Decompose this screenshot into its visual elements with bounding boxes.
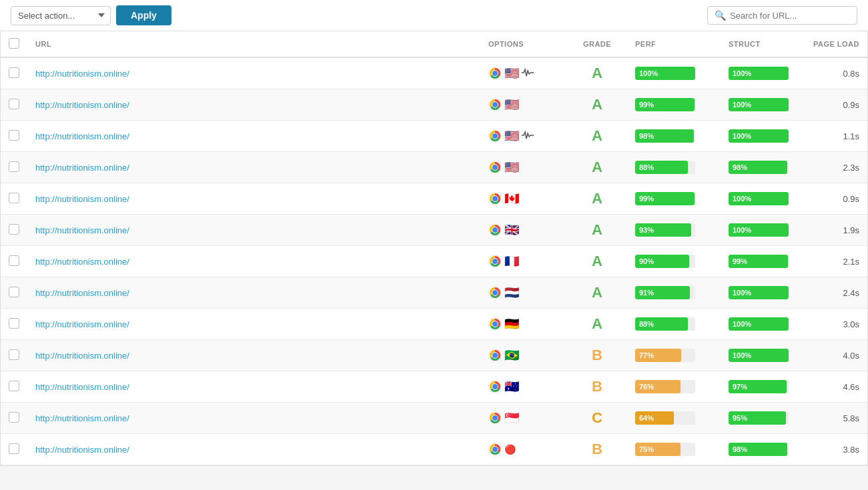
table-row: http://nutritionism.online/🇳🇱A91%100%2.4… [1, 277, 867, 309]
row-options-cell: 🇸🇬 [480, 403, 567, 434]
row-perf-cell: 88% [627, 152, 721, 183]
url-link[interactable]: http://nutritionism.online/ [35, 225, 129, 235]
url-link[interactable]: http://nutritionism.online/ [35, 131, 129, 141]
chrome-icon [488, 380, 502, 393]
row-grade-cell: A [567, 183, 627, 215]
pulse-icon [522, 131, 534, 142]
url-link[interactable]: http://nutritionism.online/ [35, 382, 129, 392]
table-row: http://nutritionism.online/🇺🇸 A100%100%0… [1, 57, 867, 89]
row-checkbox[interactable] [9, 412, 19, 423]
chrome-icon [488, 67, 502, 80]
row-options-cell: 🇳🇱 [480, 277, 567, 309]
row-url-cell: http://nutritionism.online/ [27, 183, 480, 215]
flag-icon: 🔴 [504, 445, 516, 454]
row-url-cell: http://nutritionism.online/ [27, 309, 480, 340]
row-check-cell [1, 340, 27, 371]
url-link[interactable]: http://nutritionism.online/ [35, 319, 129, 329]
url-link[interactable]: http://nutritionism.online/ [35, 100, 129, 110]
table-row: http://nutritionism.online/🔴B75%98%3.8s [1, 434, 867, 465]
apply-button[interactable]: Apply [116, 5, 171, 25]
table-row: http://nutritionism.online/🇸🇬C64%95%5.8s [1, 403, 867, 434]
url-link[interactable]: http://nutritionism.online/ [35, 163, 129, 173]
url-link[interactable]: http://nutritionism.online/ [35, 69, 129, 79]
struct-bar-fill: 98% [729, 443, 787, 456]
row-struct-cell: 97% [721, 371, 801, 403]
row-checkbox[interactable] [9, 381, 19, 391]
perf-bar-fill: 100% [635, 67, 695, 80]
table-row: http://nutritionism.online/🇺🇸A99%100%0.9… [1, 89, 867, 121]
row-struct-cell: 100% [721, 277, 801, 309]
toolbar-left: Select action... Apply [11, 5, 171, 25]
struct-bar-fill: 100% [729, 98, 789, 111]
table-row: http://nutritionism.online/🇺🇸 A98%100%1.… [1, 121, 867, 152]
row-grade-cell: A [567, 277, 627, 309]
row-grade-cell: A [567, 215, 627, 246]
table-row: http://nutritionism.online/🇨🇦A99%100%0.9… [1, 183, 867, 215]
row-struct-cell: 100% [721, 309, 801, 340]
url-link[interactable]: http://nutritionism.online/ [35, 288, 129, 298]
row-checkbox[interactable] [9, 255, 19, 266]
url-link[interactable]: http://nutritionism.online/ [35, 351, 129, 361]
struct-bar-fill: 100% [729, 349, 789, 362]
row-check-cell [1, 277, 27, 309]
url-link[interactable]: http://nutritionism.online/ [35, 194, 129, 204]
row-checkbox[interactable] [9, 443, 19, 454]
row-options-cell: 🇺🇸 [480, 121, 567, 152]
flag-icon: 🇺🇸 [504, 161, 519, 173]
chrome-icon [488, 317, 502, 331]
row-checkbox[interactable] [9, 224, 19, 235]
row-options-cell: 🇫🇷 [480, 246, 567, 277]
row-pageload-cell: 1.1s [801, 121, 867, 152]
header-url: URL [27, 31, 480, 57]
row-check-cell [1, 215, 27, 246]
row-check-cell [1, 121, 27, 152]
row-check-cell [1, 403, 27, 434]
row-pageload-cell: 5.8s [801, 403, 867, 434]
row-perf-cell: 99% [627, 89, 721, 121]
row-grade-cell: B [567, 434, 627, 465]
row-checkbox[interactable] [9, 161, 19, 172]
row-perf-cell: 93% [627, 215, 721, 246]
row-url-cell: http://nutritionism.online/ [27, 89, 480, 121]
action-select[interactable]: Select action... [11, 6, 111, 25]
row-grade-cell: A [567, 121, 627, 152]
row-url-cell: http://nutritionism.online/ [27, 215, 480, 246]
chrome-icon [488, 223, 502, 237]
row-perf-cell: 100% [627, 57, 721, 89]
search-bar: 🔍 [707, 6, 857, 25]
row-struct-cell: 100% [721, 340, 801, 371]
row-checkbox[interactable] [9, 349, 19, 360]
row-checkbox[interactable] [9, 130, 19, 141]
chrome-icon [488, 255, 502, 268]
flag-icon: 🇫🇷 [504, 255, 519, 267]
table-row: http://nutritionism.online/🇩🇪A88%100%3.0… [1, 309, 867, 340]
row-struct-cell: 100% [721, 57, 801, 89]
flag-icon: 🇨🇦 [504, 193, 519, 205]
row-grade-cell: B [567, 371, 627, 403]
row-pageload-cell: 0.9s [801, 89, 867, 121]
row-pageload-cell: 2.3s [801, 152, 867, 183]
perf-bar-fill: 90% [635, 255, 689, 268]
row-perf-cell: 90% [627, 246, 721, 277]
row-checkbox[interactable] [9, 67, 19, 78]
row-perf-cell: 98% [627, 121, 721, 152]
struct-bar-fill: 100% [729, 129, 789, 143]
row-perf-cell: 88% [627, 309, 721, 340]
search-input[interactable] [730, 11, 850, 21]
url-link[interactable]: http://nutritionism.online/ [35, 413, 129, 423]
row-checkbox[interactable] [9, 193, 19, 203]
perf-bar-fill: 98% [635, 129, 694, 143]
row-pageload-cell: 3.8s [801, 434, 867, 465]
table-header-row: URL OPTIONS GRADE PERF STRUCT PAGE LOAD [1, 31, 867, 57]
row-checkbox[interactable] [9, 99, 19, 109]
row-grade-cell: A [567, 89, 627, 121]
select-all-checkbox[interactable] [9, 38, 19, 49]
row-check-cell [1, 246, 27, 277]
header-pageload: PAGE LOAD [801, 31, 867, 57]
row-checkbox[interactable] [9, 287, 19, 297]
row-checkbox[interactable] [9, 318, 19, 329]
url-link[interactable]: http://nutritionism.online/ [35, 257, 129, 267]
url-link[interactable]: http://nutritionism.online/ [35, 445, 129, 455]
row-check-cell [1, 183, 27, 215]
row-perf-cell: 91% [627, 277, 721, 309]
